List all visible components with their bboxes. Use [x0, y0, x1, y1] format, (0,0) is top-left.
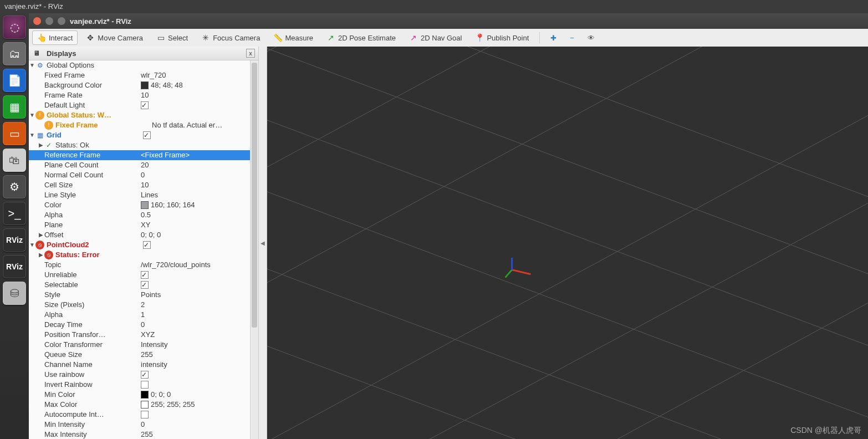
pc2-decay[interactable]: Decay Time0 — [29, 320, 251, 330]
default-light-value[interactable] — [139, 101, 251, 109]
pc2-unreliable[interactable]: Unreliable — [29, 270, 251, 280]
checkbox-icon[interactable] — [143, 131, 151, 139]
pointcloud2-display[interactable]: ⦸PointCloud2 — [29, 240, 251, 250]
global-status-fixed-frame[interactable]: !Fixed FrameNo tf data. Actual er… — [29, 120, 251, 130]
background-color-value[interactable]: 48; 48; 48 — [139, 80, 251, 90]
checkbox-icon[interactable] — [143, 241, 151, 249]
pc2-autocompute-value[interactable] — [139, 411, 251, 418]
grid-normal-cell-count[interactable]: Normal Cell Count0 — [29, 170, 251, 180]
grid-reference-frame-value[interactable]: <Fixed Frame> — [139, 150, 251, 160]
grid-line-style-value[interactable]: Lines — [139, 190, 251, 200]
launcher-rviz1[interactable]: RViz — [3, 228, 26, 252]
launcher-store[interactable]: 🛍 — [3, 149, 26, 172]
pc2-position-transformer[interactable]: Position Transfor…XYZ — [29, 330, 251, 340]
fixed-frame-value[interactable]: wlr_720 — [139, 70, 251, 80]
grid-reference-frame[interactable]: Reference Frame<Fixed Frame> — [29, 150, 251, 160]
pc2-color-transformer-value[interactable]: Intensity — [139, 340, 251, 350]
launcher-disk[interactable]: ⛁ — [3, 282, 26, 305]
pc2-min-color-value[interactable]: 0; 0; 0 — [139, 390, 251, 400]
pc2-decay-value[interactable]: 0 — [139, 320, 251, 330]
tool-view-button[interactable]: 👁 — [583, 31, 600, 45]
checkbox-icon[interactable] — [141, 381, 149, 389]
launcher-settings[interactable]: ⚙ — [3, 175, 26, 198]
pc2-invert-rainbow-value[interactable] — [139, 381, 251, 389]
grid-plane-cell-count[interactable]: Plane Cell Count20 — [29, 160, 251, 170]
pc2-style-value[interactable]: Points — [139, 290, 251, 300]
grid-status[interactable]: ✓Status: Ok — [29, 140, 251, 150]
vertical-scrollbar[interactable] — [250, 60, 258, 439]
pc2-max-color[interactable]: Max Color255; 255; 255 — [29, 400, 251, 410]
pc2-max-color-value[interactable]: 255; 255; 255 — [139, 400, 251, 410]
frame-rate-value[interactable]: 10 — [139, 90, 251, 100]
fixed-frame[interactable]: Fixed Framewlr_720 — [29, 70, 251, 80]
pc2-queue-size-value[interactable]: 255 — [139, 350, 251, 360]
global-options[interactable]: ⚙Global Options — [29, 60, 251, 70]
grid-normal-cell-count-value[interactable]: 0 — [139, 170, 251, 180]
pc2-size-value[interactable]: 2 — [139, 300, 251, 310]
pc2-unreliable-value[interactable] — [139, 271, 251, 279]
pc2-min-intensity[interactable]: Min Intensity0 — [29, 420, 251, 430]
pc2-channel-name[interactable]: Channel Nameintensity — [29, 360, 251, 370]
pc2-min-intensity-value[interactable]: 0 — [139, 420, 251, 430]
launcher-writer[interactable]: 📄 — [3, 69, 26, 92]
window-maximize-icon[interactable] — [58, 17, 65, 25]
pc2-selectable-value[interactable] — [139, 281, 251, 289]
launcher-term[interactable]: >_ — [3, 202, 26, 225]
pc2-max-intensity-value[interactable]: 255 — [139, 430, 251, 439]
launcher-files[interactable]: 🗂 — [3, 42, 26, 65]
grid-alpha-value[interactable]: 0.5 — [139, 210, 251, 220]
grid-color-value[interactable]: 160; 160; 164 — [139, 200, 251, 210]
global-status[interactable]: !Global Status: W… — [29, 110, 251, 120]
checkbox-icon[interactable] — [141, 271, 149, 279]
grid-display[interactable]: ▦Grid — [29, 130, 251, 140]
grid-plane-value[interactable]: XY — [139, 220, 251, 230]
pc2-position-transformer-value[interactable]: XYZ — [139, 330, 251, 340]
tool-interact-button[interactable]: 👆Interact — [32, 30, 78, 45]
checkbox-icon[interactable] — [141, 371, 149, 379]
launcher-dash[interactable]: ◌ — [3, 16, 26, 39]
window-minimize-icon[interactable] — [45, 17, 53, 25]
frame-rate[interactable]: Frame Rate10 — [29, 90, 251, 100]
pc2-selectable[interactable]: Selectable — [29, 280, 251, 290]
expand-arrow-icon[interactable] — [38, 250, 44, 260]
pc2-use-rainbow-value[interactable] — [139, 371, 251, 379]
launcher-rviz2[interactable]: RViz — [3, 255, 26, 278]
grid-plane-cell-count-value[interactable]: 20 — [139, 160, 251, 170]
grid-line-style[interactable]: Line StyleLines — [29, 190, 251, 200]
tool-select-button[interactable]: ▭Select — [151, 30, 193, 45]
pc2-invert-rainbow[interactable]: Invert Rainbow — [29, 380, 251, 390]
expand-arrow-icon[interactable] — [29, 60, 35, 70]
app-titlebar[interactable]: vanjee.rviz* - RViz — [29, 13, 868, 29]
displays-panel-header[interactable]: 🖥 Displays x — [29, 47, 258, 60]
checkbox-icon[interactable] — [141, 411, 149, 418]
tool-remove-button[interactable]: − — [565, 31, 579, 45]
checkbox-icon[interactable] — [141, 101, 149, 109]
pc2-topic[interactable]: Topic/wlr_720/cloud_points — [29, 260, 251, 270]
expand-arrow-icon[interactable] — [29, 130, 35, 140]
checkbox-icon[interactable] — [141, 281, 149, 289]
tool-move-button[interactable]: ✥Move Camera — [81, 30, 148, 45]
expand-arrow-icon[interactable] — [29, 240, 35, 250]
tool-measure-button[interactable]: 📏Measure — [268, 30, 318, 45]
pc2-size[interactable]: Size (Pixels)2 — [29, 300, 251, 310]
pc2-channel-name-value[interactable]: intensity — [139, 360, 251, 370]
3d-viewport[interactable]: CSDN @机器人虎哥 — [267, 47, 868, 439]
pc2-autocompute[interactable]: Autocompute Int… — [29, 410, 251, 420]
grid-color[interactable]: Color160; 160; 164 — [29, 200, 251, 210]
tool-add-button[interactable]: ✚ — [545, 31, 561, 45]
pc2-topic-value[interactable]: /wlr_720/cloud_points — [139, 260, 251, 270]
displays-tree-scroll[interactable]: ⚙Global OptionsFixed Framewlr_720Backgro… — [29, 60, 251, 439]
panel-close-button[interactable]: x — [246, 49, 255, 58]
pc2-alpha-value[interactable]: 1 — [139, 310, 251, 320]
expand-arrow-icon[interactable] — [38, 230, 44, 240]
expand-arrow-icon[interactable] — [29, 110, 35, 120]
grid-alpha[interactable]: Alpha0.5 — [29, 210, 251, 220]
tool-focus-button[interactable]: ✳Focus Camera — [196, 30, 265, 45]
launcher-calc[interactable]: ▦ — [3, 95, 26, 119]
grid-offset[interactable]: Offset0; 0; 0 — [29, 230, 251, 240]
pc2-alpha[interactable]: Alpha1 — [29, 310, 251, 320]
launcher-impress[interactable]: ▭ — [3, 122, 26, 145]
pc2-use-rainbow[interactable]: Use rainbow — [29, 370, 251, 380]
pointcloud2-status[interactable]: ⦸Status: Error — [29, 250, 251, 260]
pc2-color-transformer[interactable]: Color TransformerIntensity — [29, 340, 251, 350]
